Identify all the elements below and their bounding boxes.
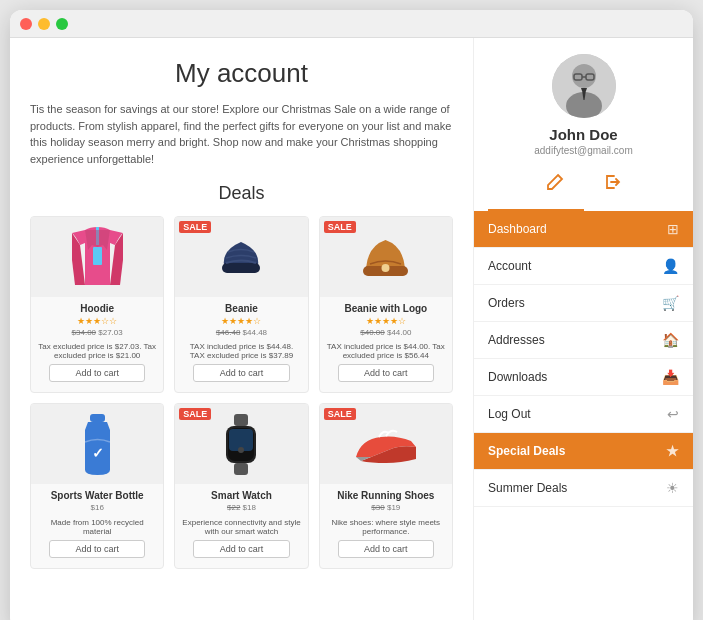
card-body: Hoodie ★★★☆☆ $34.00 $27.03 Tax excluded … — [31, 297, 163, 392]
svg-rect-4 — [90, 414, 105, 422]
price-info: $16 — [37, 503, 157, 513]
svg-point-13 — [572, 64, 596, 88]
svg-rect-1 — [222, 263, 260, 273]
deal-card: SALE Beanie with Logo ★★★★☆ $40.00 $44.0… — [319, 216, 453, 393]
nav-label: Orders — [488, 296, 525, 310]
nav-label: Account — [488, 259, 531, 273]
card-body: Beanie ★★★★☆ $46.48 $44.48 TAX included … — [175, 297, 307, 392]
deal-card: SALE Smart Watch $22 $18 Experience conn… — [174, 403, 308, 568]
product-desc: Tax excluded price is $27.03. Tax exclud… — [37, 342, 157, 360]
deal-card: ✓ Sports Water Bottle $16 Made from 100%… — [30, 403, 164, 568]
product-name: Nike Running Shoes — [326, 490, 446, 501]
card-body: Smart Watch $22 $18 Experience connectiv… — [175, 484, 307, 567]
card-body: Beanie with Logo ★★★★☆ $40.00 $44.00 TAX… — [320, 297, 452, 392]
nav-menu: Dashboard ⊞ Account 👤 Orders 🛒 Addresses… — [474, 211, 693, 620]
nav-icon: 📥 — [662, 369, 679, 385]
nav-label: Downloads — [488, 370, 547, 384]
nav-item-log-out[interactable]: Log Out ↩ — [474, 396, 693, 433]
product-name: Sports Water Bottle — [37, 490, 157, 501]
sale-badge: SALE — [324, 221, 356, 233]
product-image: SALE — [320, 404, 452, 484]
nav-icon: ☀ — [666, 480, 679, 496]
titlebar — [10, 10, 693, 38]
add-to-cart-button[interactable]: Add to cart — [49, 364, 145, 382]
svg-rect-7 — [234, 463, 248, 475]
product-desc: TAX included price is $44.48. TAX exclud… — [181, 342, 301, 360]
product-desc: TAX included price is $44.00. Tax exclud… — [326, 342, 446, 360]
nav-icon: 👤 — [662, 258, 679, 274]
nav-icon: ↩ — [667, 406, 679, 422]
sale-badge: SALE — [324, 408, 356, 420]
add-to-cart-button[interactable]: Add to cart — [338, 540, 434, 558]
nav-item-special-deals[interactable]: Special Deals ★ — [474, 433, 693, 470]
add-to-cart-button[interactable]: Add to cart — [193, 540, 289, 558]
product-name: Beanie — [181, 303, 301, 314]
nav-label: Addresses — [488, 333, 545, 347]
product-image — [31, 217, 163, 297]
price-info: $30 $19 — [326, 503, 446, 513]
nav-label: Dashboard — [488, 222, 547, 236]
price-info: $40.00 $44.00 — [326, 328, 446, 338]
nav-item-summer-deals[interactable]: Summer Deals ☀ — [474, 470, 693, 507]
card-body: Nike Running Shoes $30 $19 Nike shoes: w… — [320, 484, 452, 567]
product-name: Beanie with Logo — [326, 303, 446, 314]
deal-card: Hoodie ★★★☆☆ $34.00 $27.03 Tax excluded … — [30, 216, 164, 393]
app-window: My account Tis the season for savings at… — [10, 10, 693, 620]
sale-badge: SALE — [179, 221, 211, 233]
product-name: Hoodie — [37, 303, 157, 314]
add-to-cart-button[interactable]: Add to cart — [193, 364, 289, 382]
product-desc: Nike shoes: where style meets performanc… — [326, 518, 446, 536]
nav-item-orders[interactable]: Orders 🛒 — [474, 285, 693, 322]
nav-icon: ★ — [666, 443, 679, 459]
product-image: ✓ — [31, 404, 163, 484]
action-icons — [474, 168, 693, 209]
intro-text: Tis the season for savings at our store!… — [30, 101, 453, 167]
product-image: SALE — [320, 217, 452, 297]
avatar — [552, 54, 616, 118]
price-info: $46.48 $44.48 — [181, 328, 301, 338]
card-body: Sports Water Bottle $16 Made from 100% r… — [31, 484, 163, 567]
stars: ★★★★☆ — [326, 316, 446, 326]
nav-label: Special Deals — [488, 444, 565, 458]
svg-text:✓: ✓ — [92, 445, 104, 461]
product-image: SALE — [175, 404, 307, 484]
deals-section-title: Deals — [30, 183, 453, 204]
nav-icon: ⊞ — [667, 221, 679, 237]
product-name: Smart Watch — [181, 490, 301, 501]
content-area: My account Tis the season for savings at… — [10, 38, 693, 620]
stars: ★★★★☆ — [181, 316, 301, 326]
main-content: My account Tis the season for savings at… — [10, 38, 473, 620]
deal-card: SALE Nike Running Shoes $30 $19 Nike sho… — [319, 403, 453, 568]
nav-item-account[interactable]: Account 👤 — [474, 248, 693, 285]
price-info: $34.00 $27.03 — [37, 328, 157, 338]
nav-item-addresses[interactable]: Addresses 🏠 — [474, 322, 693, 359]
product-image: SALE — [175, 217, 307, 297]
maximize-button[interactable] — [56, 18, 68, 30]
edit-profile-button[interactable] — [541, 168, 569, 201]
deals-grid: Hoodie ★★★☆☆ $34.00 $27.03 Tax excluded … — [30, 216, 453, 569]
nav-icon: 🏠 — [662, 332, 679, 348]
sidebar: John Doe addifytest@gmail.com — [473, 38, 693, 620]
svg-marker-19 — [581, 88, 587, 91]
logout-button[interactable] — [599, 168, 627, 201]
minimize-button[interactable] — [38, 18, 50, 30]
product-desc: Experience connectivity and style with o… — [181, 518, 301, 536]
svg-rect-6 — [234, 414, 248, 426]
nav-label: Summer Deals — [488, 481, 567, 495]
user-email: addifytest@gmail.com — [534, 145, 633, 156]
nav-item-dashboard[interactable]: Dashboard ⊞ — [474, 211, 693, 248]
add-to-cart-button[interactable]: Add to cart — [49, 540, 145, 558]
nav-icon: 🛒 — [662, 295, 679, 311]
nav-item-downloads[interactable]: Downloads 📥 — [474, 359, 693, 396]
price-info: $22 $18 — [181, 503, 301, 513]
product-desc: Made from 100% recycled material — [37, 518, 157, 536]
add-to-cart-button[interactable]: Add to cart — [338, 364, 434, 382]
deal-card: SALE Beanie ★★★★☆ $46.48 $44.48 TAX incl… — [174, 216, 308, 393]
close-button[interactable] — [20, 18, 32, 30]
page-title: My account — [30, 58, 453, 89]
svg-point-3 — [382, 264, 390, 272]
stars: ★★★☆☆ — [37, 316, 157, 326]
svg-point-11 — [238, 447, 244, 453]
sale-badge: SALE — [179, 408, 211, 420]
svg-rect-0 — [93, 247, 102, 265]
